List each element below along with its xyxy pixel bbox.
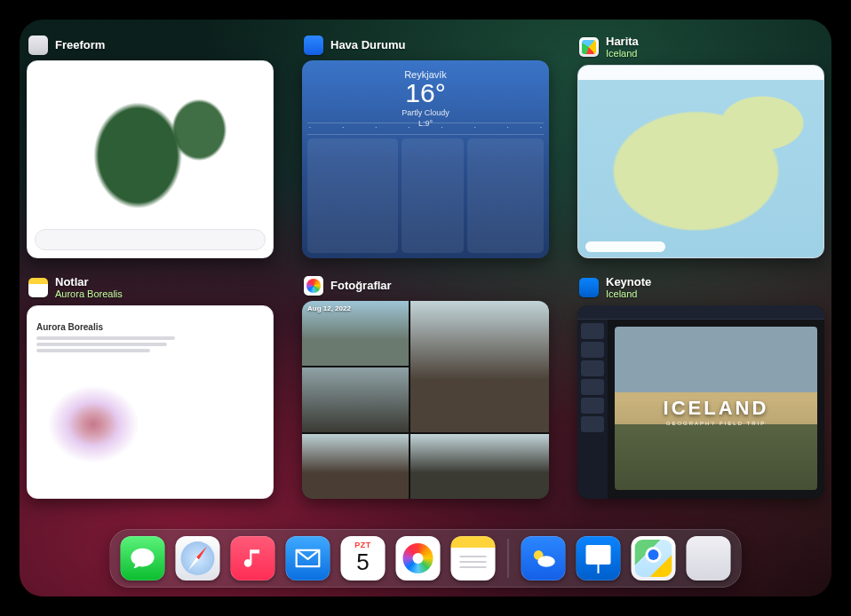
note-body-lines — [36, 336, 199, 352]
slide-title: ICELAND — [664, 397, 769, 420]
freeform-icon — [28, 36, 48, 55]
window-header: Keynote Iceland — [577, 276, 824, 305]
window-subtitle: Iceland — [606, 48, 639, 59]
weather-location: Reykjavík — [302, 69, 549, 80]
dock-notes[interactable] — [451, 536, 496, 580]
window-thumbnail[interactable]: Aug 12, 2022 — [302, 301, 549, 499]
note-diagram — [36, 359, 264, 489]
weather-panel — [402, 138, 464, 253]
music-note-icon — [242, 547, 265, 570]
window-freeform[interactable]: Freeform — [27, 36, 274, 258]
keynote-icon — [579, 278, 599, 297]
window-notes[interactable]: Notlar Aurora Borealis Aurora Borealis — [27, 276, 274, 499]
dock-safari[interactable] — [176, 536, 220, 580]
dock-maps-recent[interactable] — [632, 536, 676, 580]
window-thumbnail[interactable]: Aurora Borealis — [27, 305, 274, 499]
dock-mail[interactable] — [286, 536, 330, 580]
location-pin-icon — [648, 549, 659, 560]
window-header: Harita Iceland — [577, 36, 824, 65]
window-title: Fotoğraflar — [330, 280, 392, 293]
window-keynote[interactable]: Keynote Iceland ICELAND GEOGRAPHY FIELD … — [577, 276, 824, 499]
keynote-toolbar — [577, 305, 824, 320]
calendar-day: 5 — [341, 549, 386, 576]
sun-cloud-icon — [529, 546, 558, 571]
window-title: Hava Durumu — [330, 39, 406, 52]
window-thumbnail[interactable] — [577, 65, 824, 258]
message-bubble-icon — [130, 545, 156, 572]
window-header: Hava Durumu — [302, 36, 549, 60]
weather-panel — [307, 138, 398, 253]
weather-icon — [304, 36, 323, 55]
dock-messages[interactable] — [121, 536, 165, 580]
dock-photos[interactable] — [396, 536, 441, 580]
window-title: Keynote — [606, 276, 651, 289]
screen: Freeform Hava Durumu Reykjavík 16° — [20, 20, 831, 596]
window-maps[interactable]: Harita Iceland — [577, 36, 824, 258]
window-weather[interactable]: Hava Durumu Reykjavík 16° Partly Cloudy … — [302, 36, 549, 258]
window-thumbnail[interactable]: ICELAND GEOGRAPHY FIELD TRIP — [577, 305, 824, 499]
dock-separator — [508, 539, 509, 578]
weather-panel — [467, 138, 544, 253]
weather-temp: 16° — [302, 80, 549, 107]
keynote-slide-nav — [577, 320, 608, 499]
slide-subtitle: GEOGRAPHY FIELD TRIP — [666, 421, 766, 426]
window-subtitle: Aurora Borealis — [55, 288, 123, 300]
ipad-frame: Freeform Hava Durumu Reykjavík 16° — [0, 0, 851, 616]
photos-icon — [304, 276, 323, 296]
dock: PZT 5 — [110, 529, 742, 588]
dock-calendar[interactable]: PZT 5 — [341, 536, 386, 580]
window-header: Notlar Aurora Borealis — [27, 276, 274, 305]
photos-date: Aug 12, 2022 — [307, 304, 351, 312]
window-photos[interactable]: Fotoğraflar Aug 12, 2022 — [302, 276, 549, 499]
notes-icon — [28, 278, 48, 297]
svg-point-1 — [537, 556, 555, 566]
window-title: Notlar — [55, 276, 123, 289]
keynote-slide: ICELAND GEOGRAPHY FIELD TRIP — [615, 327, 817, 490]
weather-condition: Partly Cloudy — [302, 108, 549, 117]
window-title: Freeform — [55, 39, 105, 52]
dock-app-library[interactable] — [687, 536, 731, 580]
note-title: Aurora Borealis — [36, 322, 103, 332]
compass-needle-icon — [187, 545, 208, 571]
maps-icon — [579, 37, 599, 57]
dock-music[interactable] — [231, 536, 275, 580]
window-header: Fotoğraflar — [302, 276, 549, 301]
weather-hourly: ········ — [307, 122, 544, 135]
app-switcher: Freeform Hava Durumu Reykjavík 16° — [20, 20, 831, 596]
dock-weather-recent[interactable] — [521, 536, 566, 580]
window-title: Harita — [606, 36, 639, 49]
window-thumbnail[interactable]: Reykjavík 16° Partly Cloudy L:9° ·······… — [302, 60, 549, 258]
window-thumbnail[interactable] — [27, 60, 274, 258]
envelope-icon — [295, 549, 322, 568]
window-header: Freeform — [27, 36, 274, 60]
dock-keynote-recent[interactable] — [577, 536, 621, 580]
window-subtitle: Iceland — [606, 288, 651, 300]
